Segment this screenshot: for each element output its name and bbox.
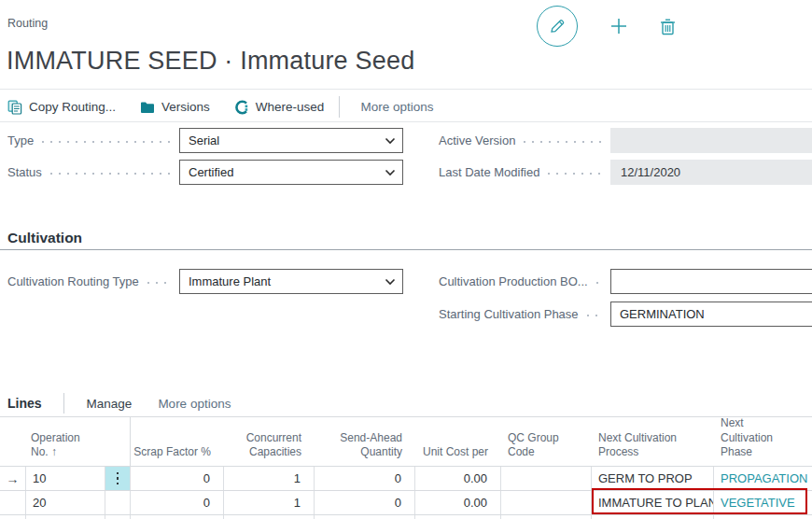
dotted-leader xyxy=(587,315,601,316)
routing-card-page: Routing xyxy=(0,0,812,519)
field-row-type: Type Serial xyxy=(7,128,403,153)
trash-icon xyxy=(660,18,676,35)
col-unit-cost-per[interactable]: Unit Cost per xyxy=(415,417,501,466)
lines-part-header: Lines Manage More options xyxy=(7,392,231,414)
pencil-icon xyxy=(548,17,567,35)
page-actions xyxy=(537,6,676,47)
versions-label: Versions xyxy=(161,100,210,114)
action-toolbar: Copy Routing... Versions Where-used More… xyxy=(7,92,433,121)
status-select[interactable]: Certified xyxy=(179,160,403,185)
edit-button[interactable] xyxy=(537,6,578,47)
cell-send-ahead-quantity[interactable]: 0 xyxy=(315,491,415,514)
lines-more-options[interactable]: More options xyxy=(158,397,231,411)
last-date-modified-label: Last Date Modified xyxy=(439,165,539,179)
dotted-leader xyxy=(548,173,601,175)
cell-unit-cost-per[interactable]: 0.00 xyxy=(415,467,501,490)
plus-icon xyxy=(609,17,628,35)
where-used-label: Where-used xyxy=(256,100,325,114)
cultivation-routing-type-label: Cultivation Routing Type xyxy=(7,274,139,288)
cell-next-cultivation-process[interactable]: GERM TO PROP xyxy=(592,467,714,490)
toolbar-separator xyxy=(339,96,340,118)
last-date-modified-field: 12/11/2020 xyxy=(610,160,812,185)
field-row-cultivation-routing-type: Cultivation Routing Type Immature Plant xyxy=(7,269,403,294)
chevron-down-icon xyxy=(385,137,396,145)
copy-icon xyxy=(7,100,22,115)
dotted-leader xyxy=(147,282,170,284)
folder-icon xyxy=(140,101,155,114)
cell-operation-no[interactable]: 10 xyxy=(26,467,105,490)
breadcrumb[interactable]: Routing xyxy=(7,17,48,30)
col-send-ahead-quantity[interactable]: Send-Ahead Quantity xyxy=(315,417,415,466)
where-used-button[interactable]: Where-used xyxy=(234,100,325,115)
new-button[interactable] xyxy=(609,17,628,35)
table-row: 20 0 1 0 0.00 IMMATURE TO PLANT VEGETATI… xyxy=(0,491,812,515)
toolbar-divider xyxy=(0,121,812,122)
col-qc-group-code[interactable]: QC Group Code xyxy=(501,417,592,466)
col-row-menu xyxy=(105,417,131,466)
col-next-cultivation-process[interactable]: Next Cultivation Process xyxy=(592,417,714,466)
starting-cultivation-phase-label: Starting Cultivation Phase xyxy=(439,307,579,321)
lines-table: Operation No. ↑ Scrap Factor % Concurren… xyxy=(0,416,812,519)
cell-next-cultivation-phase-link[interactable]: VEGETATIVE xyxy=(714,491,812,514)
table-row-empty xyxy=(0,515,812,519)
field-row-starting-cultivation-phase: Starting Cultivation Phase GERMINATION xyxy=(439,302,812,327)
col-scrap-factor[interactable]: Scrap Factor % xyxy=(131,417,224,466)
cell-unit-cost-per[interactable]: 0.00 xyxy=(415,491,501,514)
cell-qc-group-code[interactable] xyxy=(501,491,592,514)
field-row-status: Status Certified xyxy=(7,160,403,185)
active-version-label: Active Version xyxy=(439,133,515,147)
cell-scrap-factor[interactable]: 0 xyxy=(131,467,224,490)
col-next-cultivation-phase[interactable]: Next Cultivation Phase xyxy=(714,417,812,466)
col-row-indicator xyxy=(0,417,26,466)
cultivation-section-heading[interactable]: Cultivation xyxy=(7,230,82,246)
type-select[interactable]: Serial xyxy=(179,128,403,153)
cultivation-section-rule xyxy=(0,249,812,250)
chevron-down-icon xyxy=(385,169,396,176)
cell-concurrent-capacities[interactable]: 1 xyxy=(224,491,315,514)
dotted-leader xyxy=(596,282,601,284)
lines-title[interactable]: Lines xyxy=(7,396,42,411)
dotted-leader xyxy=(50,173,170,175)
type-label: Type xyxy=(7,133,34,147)
field-row-active-version: Active Version xyxy=(439,128,812,153)
row-selected-arrow-icon: → xyxy=(0,467,26,490)
field-row-cultivation-production-bom: Cultivation Production BO... xyxy=(439,269,812,294)
cultivation-routing-type-select[interactable]: Immature Plant xyxy=(179,269,403,294)
lines-separator xyxy=(63,393,64,414)
lines-table-header: Operation No. ↑ Scrap Factor % Concurren… xyxy=(0,417,812,467)
copy-routing-label: Copy Routing... xyxy=(29,100,116,114)
starting-cultivation-phase-input[interactable]: GERMINATION xyxy=(610,302,812,327)
active-version-field xyxy=(610,128,812,153)
type-value: Serial xyxy=(189,133,385,147)
status-label: Status xyxy=(7,165,42,179)
cell-send-ahead-quantity[interactable]: 0 xyxy=(315,467,415,490)
cultivation-routing-type-value: Immature Plant xyxy=(189,274,385,288)
status-value: Certified xyxy=(189,165,385,179)
col-concurrent-capacities[interactable]: Concurrent Capacities xyxy=(224,417,315,466)
cultivation-production-bom-label: Cultivation Production BO... xyxy=(439,274,588,288)
lines-manage-button[interactable]: Manage xyxy=(87,397,133,411)
cell-scrap-factor[interactable]: 0 xyxy=(131,491,224,514)
cell-operation-no[interactable]: 20 xyxy=(26,491,105,514)
dotted-leader xyxy=(42,141,170,143)
cell-next-cultivation-process[interactable]: IMMATURE TO PLANT xyxy=(592,491,714,514)
delete-button[interactable] xyxy=(660,18,676,35)
cultivation-production-bom-input[interactable] xyxy=(610,269,812,294)
col-operation-no[interactable]: Operation No. ↑ xyxy=(26,417,105,466)
chevron-down-icon xyxy=(385,278,396,286)
toolbar-more-options[interactable]: More options xyxy=(360,100,433,114)
dotted-leader xyxy=(524,141,601,143)
row-indicator xyxy=(0,491,26,514)
table-row: → 10 0 1 0 0.00 GERM TO PROP PROPAGATION xyxy=(0,467,812,491)
field-row-last-date-modified: Last Date Modified 12/11/2020 xyxy=(439,160,812,185)
cell-concurrent-capacities[interactable]: 1 xyxy=(224,467,315,490)
header-column-divider xyxy=(130,417,131,466)
copy-routing-button[interactable]: Copy Routing... xyxy=(7,100,116,115)
row-menu-ellipsis-icon[interactable] xyxy=(105,467,131,490)
versions-button[interactable]: Versions xyxy=(140,100,210,114)
header-divider xyxy=(0,89,812,90)
row-menu-cell[interactable] xyxy=(105,491,131,514)
cell-qc-group-code[interactable] xyxy=(501,467,592,490)
cell-next-cultivation-phase-link[interactable]: PROPAGATION xyxy=(714,467,812,490)
page-title: IMMATURE SEED · Immature Seed xyxy=(7,47,414,76)
